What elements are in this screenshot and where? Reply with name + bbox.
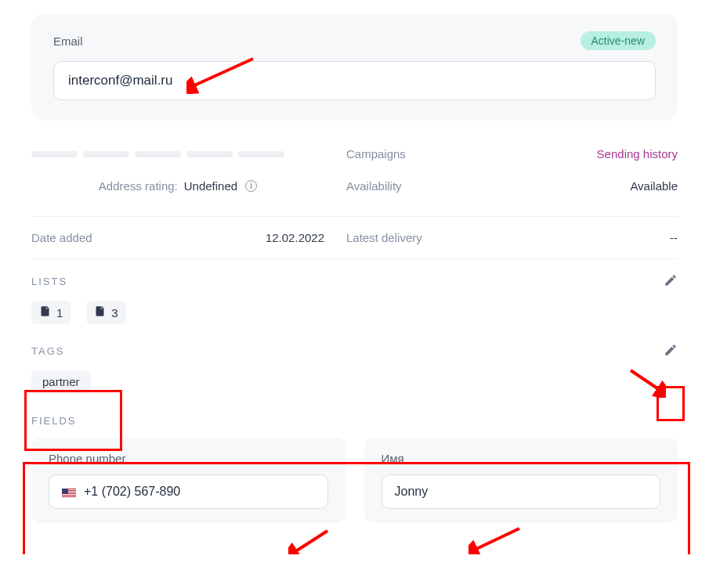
- email-card: Email Active-new: [31, 14, 678, 121]
- sending-history-link[interactable]: Sending history: [597, 147, 678, 161]
- status-badge: Active-new: [581, 31, 656, 50]
- availability-value: Available: [630, 179, 678, 193]
- svg-rect-7: [62, 489, 68, 494]
- date-added-label: Date added: [31, 231, 92, 244]
- email-input[interactable]: [53, 61, 656, 100]
- list-item-label: 1: [56, 306, 63, 319]
- rating-value: Undefined: [183, 179, 237, 193]
- list-icon: [94, 305, 106, 319]
- name-field-card: Имя: [364, 438, 678, 523]
- rating-indicator: [31, 151, 284, 157]
- edit-lists-icon[interactable]: [664, 273, 678, 290]
- list-item[interactable]: 3: [86, 301, 125, 324]
- svg-rect-5: [62, 496, 76, 496]
- edit-tags-icon[interactable]: [664, 343, 678, 359]
- info-icon[interactable]: i: [245, 180, 257, 192]
- svg-rect-6: [62, 497, 76, 498]
- flag-us-icon[interactable]: [62, 487, 76, 496]
- lists-title: LISTS: [31, 276, 67, 287]
- date-added-value: 12.02.2022: [266, 231, 324, 244]
- availability-label: Availability: [346, 179, 402, 193]
- phone-label: Phone number: [49, 452, 328, 465]
- lists-items: 1 3: [31, 301, 678, 324]
- phone-input[interactable]: [84, 475, 315, 508]
- svg-rect-4: [62, 494, 76, 495]
- tags-title: TAGS: [31, 345, 64, 357]
- fields-title: FIELDS: [31, 415, 77, 427]
- name-input[interactable]: [382, 474, 661, 509]
- latest-delivery-label: Latest delivery: [346, 231, 422, 244]
- email-label: Email: [53, 34, 83, 48]
- campaigns-label: Campaigns: [346, 147, 406, 161]
- tag-chip[interactable]: partner: [31, 370, 91, 393]
- name-label: Имя: [382, 452, 661, 465]
- rating-label: Address rating:: [99, 179, 178, 193]
- list-item-label: 3: [111, 306, 118, 319]
- phone-field-card: Phone number: [31, 438, 345, 523]
- list-item[interactable]: 1: [31, 301, 71, 324]
- latest-delivery-value: --: [670, 231, 678, 244]
- list-icon: [39, 305, 51, 319]
